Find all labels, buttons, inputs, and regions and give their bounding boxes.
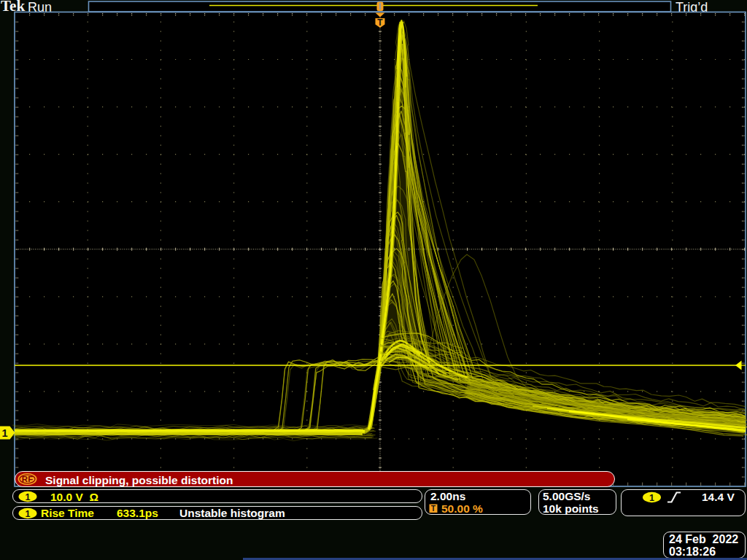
svg-text:1: 1 bbox=[649, 492, 654, 502]
svg-text:1: 1 bbox=[25, 508, 30, 518]
svg-text:T: T bbox=[431, 504, 436, 513]
svg-text:1: 1 bbox=[25, 491, 30, 502]
svg-text:T: T bbox=[377, 18, 383, 28]
svg-text:1: 1 bbox=[1, 427, 7, 439]
svg-text:RF: RF bbox=[22, 475, 33, 483]
